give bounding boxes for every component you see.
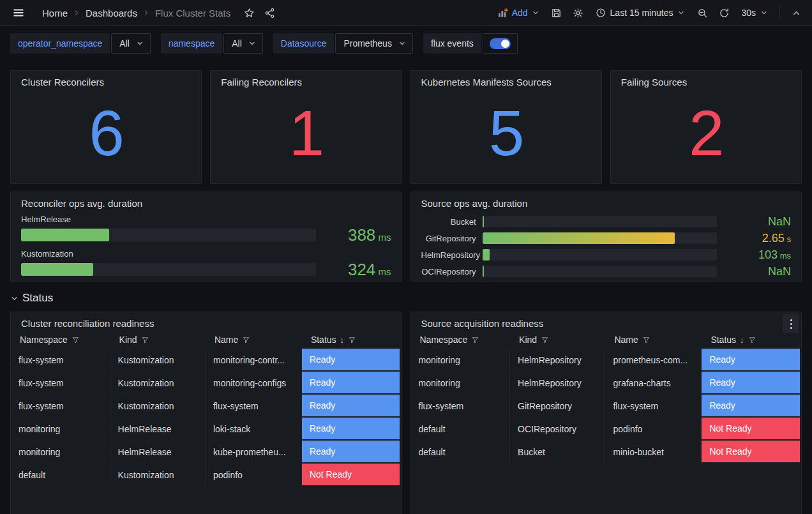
filter-funnel-icon[interactable] [642, 336, 650, 344]
settings-gear-icon[interactable] [569, 3, 588, 22]
filter-funnel-icon[interactable] [348, 336, 356, 344]
table-cell: podinfo [206, 464, 302, 487]
variable-label-datasource: Datasource [273, 33, 335, 54]
filter-funnel-icon[interactable] [141, 336, 149, 344]
column-header-name[interactable]: Name [206, 335, 302, 345]
breadcrumb-dashboards[interactable]: Dashboards [86, 8, 137, 19]
time-range-picker[interactable]: Last 15 minutes [590, 3, 691, 22]
stat-panel-failing-reconcilers: Failing Reconcilers1 [210, 70, 402, 184]
table-cell: flux-system [11, 349, 110, 372]
column-label: Namespace [420, 335, 468, 345]
filter-funnel-icon[interactable] [471, 336, 479, 344]
refresh-icon[interactable] [714, 3, 733, 22]
table-cell: Kustomization [110, 349, 206, 372]
table-cell: Bucket [510, 441, 605, 464]
status-cell: Not Ready [702, 441, 801, 464]
table-row: flux-systemGitRepositoryflux-systemReady [411, 395, 802, 418]
status-badge: Not Ready [702, 418, 800, 439]
filter-funnel-icon[interactable] [242, 336, 250, 344]
status-cell: Ready [302, 395, 402, 418]
table-row: flux-systemKustomizationflux-systemReady [11, 395, 402, 418]
section-title: Status [22, 292, 53, 305]
column-header-namespace[interactable]: Namespace [11, 335, 110, 345]
breadcrumb: Home Dashboards Flux Cluster Stats [42, 3, 279, 22]
variable-dropdown-datasource[interactable]: Prometheus [335, 33, 412, 54]
gauge-value: 388 ms [316, 227, 391, 243]
gauge-fill [483, 266, 484, 277]
column-label: Name [214, 335, 238, 345]
chevron-down-icon [248, 40, 256, 47]
status-cell: Ready [702, 395, 801, 418]
gauge-fill [483, 232, 675, 244]
column-header-namespace[interactable]: Namespace [411, 335, 511, 345]
gauge-row-helmrepository: HelmRepository103 ms [421, 246, 792, 263]
table-panels-row: Cluster reconciliation readinessNamespac… [10, 312, 802, 514]
filter-funnel-icon[interactable] [541, 336, 549, 344]
top-navigation-bar: Home Dashboards Flux Cluster Stats Add [0, 0, 812, 26]
status-cell: Ready [702, 349, 801, 372]
variable-label-namespace: namespace [161, 33, 222, 54]
refresh-interval-dropdown[interactable]: 30s [736, 3, 773, 22]
gauge-value: NaN [717, 216, 791, 227]
status-badge: Ready [702, 349, 800, 370]
chevron-down-icon [760, 9, 768, 17]
stat-value: 6 [11, 82, 201, 183]
variable-dropdown-operator-namespace[interactable]: All [111, 33, 151, 54]
stat-panel-failing-sources: Failing Sources2 [610, 70, 802, 184]
breadcrumb-home[interactable]: Home [42, 8, 68, 19]
zoom-out-time-icon[interactable] [693, 3, 712, 22]
gauge-fill [21, 229, 109, 241]
table-cell: monitoring-contr... [206, 349, 302, 372]
save-dashboard-icon[interactable] [547, 3, 566, 22]
stat-value: 1 [211, 82, 401, 183]
column-header-kind[interactable]: Kind [510, 335, 605, 345]
column-header-kind[interactable]: Kind [110, 335, 206, 345]
flux-events-toggle[interactable] [483, 33, 518, 54]
table-cell: podinfo [605, 418, 702, 441]
variable-value: Prometheus [343, 38, 391, 49]
panel-menu-kebab-icon[interactable] [783, 314, 799, 333]
table-header: NamespaceKindNameStatus↓ [11, 328, 402, 349]
chevron-right-icon [142, 9, 150, 17]
status-section-toggle[interactable]: Status [10, 291, 802, 305]
star-icon[interactable] [239, 3, 259, 22]
column-header-name[interactable]: Name [605, 335, 702, 345]
collapse-topbar-chevron-up-icon[interactable] [786, 3, 806, 22]
table-cell: Kustomization [110, 395, 206, 418]
column-header-status[interactable]: Status↓ [702, 335, 801, 345]
table-panel-source-acquisition-readiness: Source acquisition readinessNamespaceKin… [410, 312, 802, 514]
gauge-row-kustomization: Kustomization324 ms [21, 249, 391, 278]
gauge-value: NaN [717, 266, 791, 277]
panel-title[interactable]: Cluster reconciliation readiness [11, 312, 402, 328]
panel-title[interactable]: Source ops avg. duration [411, 192, 802, 208]
menu-toggle-icon[interactable] [9, 3, 28, 22]
add-panel-button[interactable]: Add [492, 3, 545, 22]
gauge-fill [483, 249, 490, 261]
gauge-track [483, 266, 718, 277]
gauge-label: HelmRelease [21, 215, 391, 224]
gauge-track [21, 229, 316, 241]
panel-title[interactable]: Reconciler ops avg. duration [11, 192, 402, 208]
gauge-label: OCIRepository [421, 267, 483, 276]
share-icon[interactable] [260, 3, 279, 22]
gauge-track [21, 263, 316, 276]
table-cell: HelmRepository [510, 372, 605, 395]
variable-dropdown-namespace[interactable]: All [223, 33, 263, 54]
gauge-track [483, 216, 718, 227]
filter-funnel-icon[interactable] [748, 336, 756, 344]
table-row: monitoringHelmReleaseloki-stackReady [11, 418, 402, 441]
column-header-status[interactable]: Status↓ [302, 335, 402, 345]
stat-panel-cluster-reconcilers: Cluster Reconcilers6 [10, 70, 202, 184]
filter-funnel-icon[interactable] [71, 336, 80, 344]
gauge-track [483, 249, 718, 261]
variable-namespace: namespaceAll [161, 33, 263, 54]
table-cell: default [411, 441, 511, 464]
chevron-down-icon [136, 40, 144, 47]
status-cell: Not Ready [302, 464, 402, 487]
toggle-switch-on [490, 38, 511, 49]
gauge-fill [21, 263, 93, 276]
variable-value: All [232, 38, 242, 49]
gauge-track [483, 232, 718, 244]
gauge-row-helmrelease: HelmRelease388 ms [21, 215, 391, 243]
panel-title[interactable]: Source acquisition readiness [411, 312, 802, 328]
